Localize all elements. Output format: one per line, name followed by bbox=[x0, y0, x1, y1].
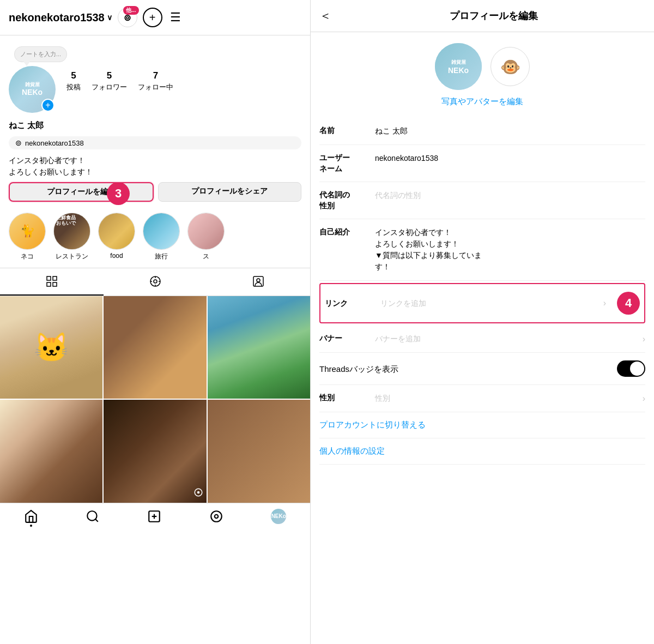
tab-grid[interactable] bbox=[0, 268, 104, 296]
photo-cell-3[interactable] bbox=[208, 296, 310, 399]
profile-section: ノートを入力... 雑貨屋 NEKo + 5 投稿 bbox=[0, 35, 310, 182]
bio-text: インスタ初心者です！よろしくお願いします！ bbox=[9, 155, 301, 178]
stats-row: 5 投稿 5 フォロワー 7 フォロー中 bbox=[66, 70, 173, 92]
followers-count: 5 bbox=[107, 70, 112, 81]
name-label: 名前 bbox=[319, 125, 368, 136]
username-label: nekonekotaro1538 bbox=[9, 11, 105, 24]
pronoun-value: 代名詞の性別 bbox=[375, 190, 645, 201]
step4-badge: 4 bbox=[617, 292, 640, 315]
posts-stat: 5 投稿 bbox=[66, 70, 81, 92]
gender-label: 性別 bbox=[319, 393, 368, 404]
tab-tagged[interactable] bbox=[207, 268, 310, 296]
page-title: プロフィールを編集 bbox=[342, 9, 645, 22]
posts-label: 投稿 bbox=[66, 82, 81, 92]
threads-icon[interactable]: ⊚ 他... bbox=[118, 8, 137, 27]
hamburger-menu-icon[interactable]: ☰ bbox=[170, 10, 181, 25]
reel-icon bbox=[193, 487, 203, 499]
back-arrow-icon[interactable]: ＜ bbox=[319, 8, 331, 24]
name-value: ねこ 太郎 bbox=[375, 125, 645, 137]
link-value: リンクを追加 bbox=[380, 298, 597, 309]
pronoun-label: 代名詞の性別 bbox=[319, 190, 368, 211]
threads-handle[interactable]: ⊚ nekonekotaro1538 bbox=[9, 136, 301, 149]
tab-reels[interactable] bbox=[104, 268, 207, 296]
gender-value: 性別 bbox=[375, 393, 636, 404]
highlight-label-restaurant: レストラン bbox=[56, 252, 88, 261]
followers-stat[interactable]: 5 フォロワー bbox=[92, 70, 127, 92]
gender-chevron-icon: › bbox=[643, 394, 645, 404]
display-name: ねこ 太郎 bbox=[9, 121, 301, 131]
banner-value: バナーを追加 bbox=[375, 333, 636, 345]
banner-label: バナー bbox=[319, 333, 368, 344]
bottom-nav-add[interactable] bbox=[147, 509, 161, 523]
threads-badge-label: Threadsバッジを表示 bbox=[319, 363, 428, 375]
photo-cell-1[interactable]: 🐱 bbox=[0, 296, 102, 399]
pro-account-link[interactable]: プロアカウントに切り替える bbox=[319, 412, 645, 438]
form-row-username[interactable]: ユーザーネーム nekonekotaro1538 bbox=[319, 145, 645, 182]
form-row-pronoun[interactable]: 代名詞の性別 代名詞の性別 bbox=[319, 182, 645, 219]
highlight-travel[interactable]: 旅行 bbox=[143, 213, 180, 261]
threads-handle-text: nekonekotaro1538 bbox=[25, 139, 84, 147]
form-row-name[interactable]: 名前 ねこ 太郎 bbox=[319, 118, 645, 145]
edit-photo-link[interactable]: 写真やアバターを編集 bbox=[441, 97, 523, 107]
photo-cell-5[interactable] bbox=[104, 400, 206, 502]
svg-point-5 bbox=[154, 280, 157, 283]
username-label-form: ユーザーネーム bbox=[319, 153, 368, 174]
svg-point-11 bbox=[257, 279, 260, 282]
highlight-circle-travel bbox=[143, 213, 180, 250]
photo-cell-4[interactable] bbox=[0, 400, 102, 502]
note-text: ノートを入力... bbox=[20, 51, 61, 57]
following-stat[interactable]: 7 フォロー中 bbox=[138, 70, 173, 92]
highlight-cat[interactable]: 🐈 ネコ bbox=[9, 213, 46, 261]
form-row-bio[interactable]: 自己紹介 インスタ初心者です！よろしくお願いします！▼質問は以下より募集していま… bbox=[319, 219, 645, 281]
banner-chevron-icon: › bbox=[643, 334, 645, 344]
bottom-nav-reels[interactable] bbox=[209, 509, 223, 523]
photo-cell-6[interactable] bbox=[208, 400, 310, 502]
step3-badge: 3 bbox=[107, 182, 130, 205]
form-row-link[interactable]: リンク リンクを追加 › 4 bbox=[319, 283, 645, 323]
link-label: リンク bbox=[325, 298, 374, 309]
photo-grid: 🐱 bbox=[0, 296, 310, 503]
highlight-circle-restaurant: 生鮮食品おもいで bbox=[53, 213, 90, 250]
edit-avatar-main[interactable]: 雑貨屋 NEKo bbox=[435, 43, 482, 90]
bottom-nav-profile[interactable]: NEKo bbox=[271, 509, 286, 524]
threads-badge-toggle[interactable] bbox=[617, 360, 645, 377]
edit-avatars: 雑貨屋 NEKo 🐵 bbox=[435, 43, 530, 90]
username-nav[interactable]: nekonekotaro1538 ∨ bbox=[9, 11, 112, 24]
username-value-form: nekonekotaro1538 bbox=[375, 153, 645, 164]
form-row-banner[interactable]: バナー バナーを追加 › bbox=[319, 326, 645, 353]
bottom-nav-search[interactable] bbox=[86, 509, 100, 523]
svg-rect-3 bbox=[53, 282, 57, 286]
form-row-threads-badge: Threadsバッジを表示 bbox=[319, 353, 645, 385]
note-bubble[interactable]: ノートを入力... bbox=[14, 46, 67, 62]
highlight-more[interactable]: ス bbox=[187, 213, 225, 261]
svg-point-13 bbox=[197, 491, 199, 493]
share-profile-button[interactable]: プロフィールをシェア bbox=[158, 182, 302, 202]
form-row-gender[interactable]: 性別 性別 › bbox=[319, 385, 645, 412]
toggle-knob bbox=[630, 362, 644, 376]
svg-rect-1 bbox=[53, 276, 57, 280]
highlight-circle-food bbox=[98, 213, 135, 250]
threads-icon-small: ⊚ bbox=[15, 139, 22, 147]
highlight-label-more: ス bbox=[203, 252, 209, 261]
edit-profile-content: 雑貨屋 NEKo 🐵 写真やアバターを編集 名前 ねこ 太郎 bbox=[311, 32, 654, 644]
svg-line-15 bbox=[95, 519, 98, 522]
bottom-nav-home[interactable] bbox=[24, 509, 38, 523]
top-nav-right: ＜ プロフィールを編集 bbox=[311, 0, 654, 32]
avatar-add-button[interactable]: + bbox=[41, 99, 55, 112]
photo-cell-2[interactable] bbox=[104, 296, 206, 399]
chevron-down-icon: ∨ bbox=[107, 13, 112, 22]
highlight-food[interactable]: food bbox=[98, 213, 135, 261]
personal-info-link[interactable]: 個人の情報の設定 bbox=[319, 438, 645, 465]
posts-count: 5 bbox=[71, 70, 76, 81]
following-label: フォロー中 bbox=[138, 82, 173, 92]
highlight-restaurant[interactable]: 生鮮食品おもいで レストラン bbox=[53, 213, 90, 261]
svg-rect-2 bbox=[47, 282, 51, 286]
edit-avatar-secondary[interactable]: 🐵 bbox=[491, 47, 530, 86]
add-post-icon[interactable]: + bbox=[143, 8, 162, 27]
edit-profile-button[interactable]: プロフィールを編集 bbox=[9, 182, 154, 202]
highlights-row: 🐈 ネコ 生鮮食品おもいで レストラン food bbox=[0, 208, 310, 268]
svg-rect-0 bbox=[47, 276, 51, 280]
form-rows: 名前 ねこ 太郎 ユーザーネーム nekonekotaro1538 代名詞の性別… bbox=[319, 118, 645, 412]
svg-point-19 bbox=[211, 511, 222, 522]
bio-value: インスタ初心者です！よろしくお願いします！▼質問は以下より募集しています！ bbox=[375, 227, 645, 273]
